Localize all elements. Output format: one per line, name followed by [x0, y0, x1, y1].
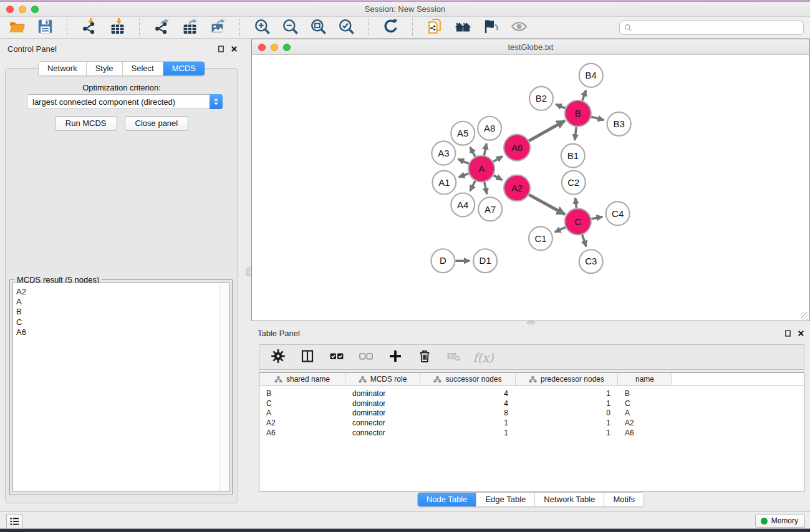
node-A3[interactable]: A3	[432, 142, 455, 165]
tab-mcds[interactable]: MCDS	[163, 62, 205, 75]
table-settings-button[interactable]	[269, 348, 287, 367]
delete-columns-button[interactable]	[415, 348, 434, 367]
node-C4[interactable]: C4	[606, 201, 630, 225]
node-B2[interactable]: B2	[529, 87, 553, 110]
mcds-result-list[interactable]: A2ABCA6	[12, 283, 229, 492]
edge-A-A4[interactable]	[470, 181, 475, 191]
result-list-item[interactable]: B	[16, 307, 216, 317]
window-resize-grip[interactable]	[801, 312, 809, 320]
edge-A-A8[interactable]	[484, 143, 486, 155]
tab-network-table[interactable]: Network Table	[535, 493, 604, 506]
node-B1[interactable]: B1	[561, 144, 585, 168]
edge-B-B3[interactable]	[591, 117, 604, 120]
save-session-button[interactable]	[36, 18, 54, 37]
search-input[interactable]	[632, 21, 803, 34]
zoom-fit-content-button[interactable]	[309, 18, 327, 37]
node-A1[interactable]: A1	[432, 171, 456, 195]
edge-A-A7[interactable]	[485, 182, 487, 194]
edge-A-A2[interactable]	[493, 175, 502, 180]
table-row[interactable]: Cdominator41C	[259, 399, 804, 409]
column-header-shared-name[interactable]: shared name	[259, 373, 345, 385]
edge-A6-B[interactable]	[529, 120, 565, 140]
result-list-item[interactable]: A2	[16, 287, 216, 297]
result-list-item[interactable]: A	[16, 297, 216, 307]
create-new-column-button[interactable]	[386, 348, 405, 367]
open-session-button[interactable]	[7, 18, 26, 37]
node-C1[interactable]: C1	[529, 226, 552, 250]
node-A5[interactable]: A5	[451, 122, 475, 145]
column-header-name[interactable]: name	[618, 373, 672, 385]
node-B3[interactable]: B3	[607, 112, 631, 136]
close-panel-icon[interactable]	[230, 45, 238, 53]
edge-C-C4[interactable]	[591, 216, 602, 219]
column-header-successor-nodes[interactable]: successor nodes	[420, 373, 516, 385]
edge-B-B1[interactable]	[575, 127, 576, 140]
node-A[interactable]: A	[468, 156, 494, 182]
close-panel-icon[interactable]	[797, 329, 805, 337]
open-cybrowser-button[interactable]	[453, 18, 472, 37]
task-history-button[interactable]	[6, 514, 23, 529]
export-network-button[interactable]	[152, 18, 171, 37]
edge-A-A6[interactable]	[493, 156, 503, 162]
table-toolbar: f(x)	[259, 344, 804, 370]
edge-A-A5[interactable]	[470, 147, 475, 157]
export-image-button[interactable]	[208, 18, 227, 37]
node-A4[interactable]: A4	[451, 193, 475, 216]
new-network-from-selection-button[interactable]	[425, 18, 444, 37]
close-panel-button[interactable]: Close panel	[125, 116, 189, 131]
column-header-predecessor-nodes[interactable]: predecessor nodes	[516, 373, 618, 385]
node-B[interactable]: B	[565, 100, 591, 127]
edge-A-A1[interactable]	[459, 173, 469, 177]
table-row[interactable]: Adominator80A	[259, 409, 804, 418]
network-graph[interactable]: AA1A2A3A4A5A6A7A8BB1B2B3B4CC1C2C3C4DD1	[252, 56, 809, 321]
node-B4[interactable]: B4	[579, 64, 603, 87]
node-C[interactable]: C	[565, 208, 591, 235]
edge-C-C2[interactable]	[576, 198, 577, 208]
node-A6[interactable]: A6	[504, 135, 530, 161]
network-canvas[interactable]: AA1A2A3A4A5A6A7A8BB1B2B3B4CC1C2C3C4DD1	[252, 56, 809, 321]
float-panel-icon[interactable]	[784, 329, 792, 337]
select-all-rows-button[interactable]	[327, 348, 346, 367]
zoom-in-button[interactable]	[253, 18, 271, 37]
import-network-from-file-button[interactable]	[80, 18, 99, 37]
edge-C-C1[interactable]	[555, 227, 566, 232]
run-mcds-button[interactable]: Run MCDS	[55, 116, 117, 131]
node-D1[interactable]: D1	[473, 249, 497, 273]
table-row[interactable]: A2connector11A2	[259, 418, 804, 428]
node-D[interactable]: D	[431, 249, 455, 273]
import-table-from-file-button[interactable]	[108, 18, 127, 37]
deselect-all-rows-button[interactable]	[357, 348, 375, 367]
float-panel-icon[interactable]	[217, 45, 225, 53]
tab-select[interactable]: Select	[123, 62, 163, 75]
export-table-button[interactable]	[180, 18, 199, 37]
table-row[interactable]: Bdominator41B	[259, 389, 804, 399]
result-list-item[interactable]: C	[16, 317, 216, 327]
column-header-MCDS-role[interactable]: MCDS role	[345, 373, 420, 385]
edge-A-A3[interactable]	[458, 159, 468, 163]
result-list-item[interactable]: A6	[16, 327, 216, 337]
zoom-out-button[interactable]	[281, 18, 299, 37]
edge-A2-C[interactable]	[529, 195, 565, 215]
result-list-scrollbar[interactable]	[219, 283, 229, 491]
node-A2[interactable]: A2	[504, 175, 530, 201]
apply-preferred-layout-button[interactable]	[381, 18, 400, 37]
toggle-column-display-button[interactable]	[298, 348, 317, 367]
memory-button[interactable]: Memory	[755, 514, 805, 528]
zoom-selected-button[interactable]	[337, 18, 355, 37]
paint-help-button[interactable]	[481, 18, 500, 37]
node-C3[interactable]: C3	[579, 249, 603, 273]
node-A7[interactable]: A7	[478, 197, 502, 221]
tab-motifs[interactable]: Motifs	[604, 493, 644, 506]
edge-B-B2[interactable]	[556, 104, 565, 108]
tab-network[interactable]: Network	[39, 62, 87, 75]
tab-style[interactable]: Style	[87, 62, 123, 75]
tab-node-table[interactable]: Node Table	[418, 493, 477, 506]
table-row[interactable]: A6connector11A6	[259, 428, 804, 438]
node-A8[interactable]: A8	[478, 117, 501, 140]
node-C2[interactable]: C2	[562, 171, 586, 195]
tab-edge-table[interactable]: Edge Table	[476, 493, 535, 506]
search-field[interactable]	[619, 21, 804, 35]
edge-B-B4[interactable]	[582, 90, 586, 100]
criterion-select[interactable]: largest connected component (directed)	[27, 94, 223, 109]
edge-C-C3[interactable]	[582, 235, 586, 246]
